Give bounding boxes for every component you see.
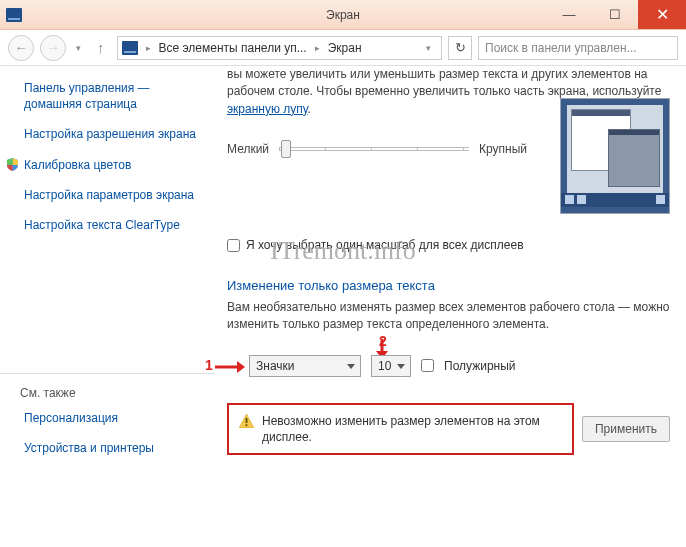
svg-rect-5 — [246, 418, 248, 423]
single-scale-checkbox[interactable] — [227, 239, 240, 252]
refresh-button[interactable]: ↻ — [448, 36, 472, 60]
crumb-item[interactable]: Экран — [328, 41, 362, 55]
sidebar-item-display-params[interactable]: Настройка параметров экрана — [24, 187, 205, 203]
minimize-button[interactable]: — — [546, 0, 592, 29]
see-also-heading: См. также — [20, 386, 205, 400]
sidebar: Панель управления — домашняя страница На… — [0, 66, 215, 547]
svg-marker-1 — [237, 361, 245, 373]
arrow-icon — [215, 360, 245, 374]
sidebar-see-also-personalization[interactable]: Персонализация — [24, 410, 205, 426]
sidebar-item-cleartype[interactable]: Настройка текста ClearType — [24, 217, 205, 233]
search-input[interactable]: Поиск в панели управлен... — [478, 36, 678, 60]
element-select[interactable]: Значки — [249, 355, 361, 377]
crumb-item[interactable]: Все элементы панели уп... — [159, 41, 307, 55]
apply-button[interactable]: Применить — [582, 416, 670, 442]
back-button[interactable]: ← — [8, 35, 34, 61]
history-dropdown-icon[interactable]: ▾ — [72, 43, 85, 53]
magnifier-link[interactable]: экранную лупу — [227, 102, 308, 116]
text-size-section-title: Изменение только размера текста — [227, 278, 670, 293]
size-select[interactable]: 10 — [371, 355, 411, 377]
display-preview — [560, 98, 670, 214]
navbar: ← → ▾ ↑ ▸ Все элементы панели уп... ▸ Эк… — [0, 30, 686, 66]
warning-message: Невозможно изменить размер элементов на … — [227, 403, 574, 455]
location-icon — [122, 41, 138, 55]
up-button[interactable]: ↑ — [91, 39, 111, 56]
svg-rect-6 — [246, 424, 248, 426]
slider-thumb[interactable] — [281, 140, 291, 158]
search-placeholder: Поиск в панели управлен... — [485, 41, 637, 55]
address-bar[interactable]: ▸ Все элементы панели уп... ▸ Экран ▾ — [117, 36, 443, 60]
window-title: Экран — [326, 8, 360, 22]
slider-label-small: Мелкий — [227, 142, 269, 156]
annotation-2: 2 — [379, 333, 387, 349]
bold-label: Полужирный — [444, 359, 516, 373]
maximize-button[interactable]: ☐ — [592, 0, 638, 29]
chevron-right-icon: ▸ — [311, 43, 324, 53]
forward-button[interactable]: → — [40, 35, 66, 61]
text-size-section-desc: Вам необязательно изменять размер всех э… — [227, 299, 670, 333]
sidebar-home-link[interactable]: Панель управления — домашняя страница — [24, 80, 205, 112]
warning-text: Невозможно изменить размер элементов на … — [262, 413, 562, 445]
slider-label-large: Крупный — [479, 142, 527, 156]
shield-icon — [6, 158, 19, 171]
warning-icon — [239, 414, 254, 428]
chevron-down-icon[interactable]: ▾ — [420, 43, 437, 53]
chevron-right-icon: ▸ — [142, 43, 155, 53]
app-icon — [6, 8, 22, 22]
sidebar-item-resolution[interactable]: Настройка разрешения экрана — [24, 126, 205, 142]
titlebar: Экран — ☐ ✕ — [0, 0, 686, 30]
single-scale-label: Я хочу выбрать один масштаб для всех дис… — [246, 238, 524, 252]
scale-slider[interactable] — [279, 140, 469, 158]
scale-slider-row: Мелкий Крупный — [227, 140, 527, 158]
bold-checkbox[interactable] — [421, 359, 434, 372]
content-pane: вы можете увеличить или уменьшить размер… — [215, 66, 686, 547]
close-button[interactable]: ✕ — [638, 0, 686, 29]
sidebar-see-also-devices[interactable]: Устройства и принтеры — [24, 440, 205, 456]
sidebar-item-calibration[interactable]: Калибровка цветов — [6, 157, 205, 173]
